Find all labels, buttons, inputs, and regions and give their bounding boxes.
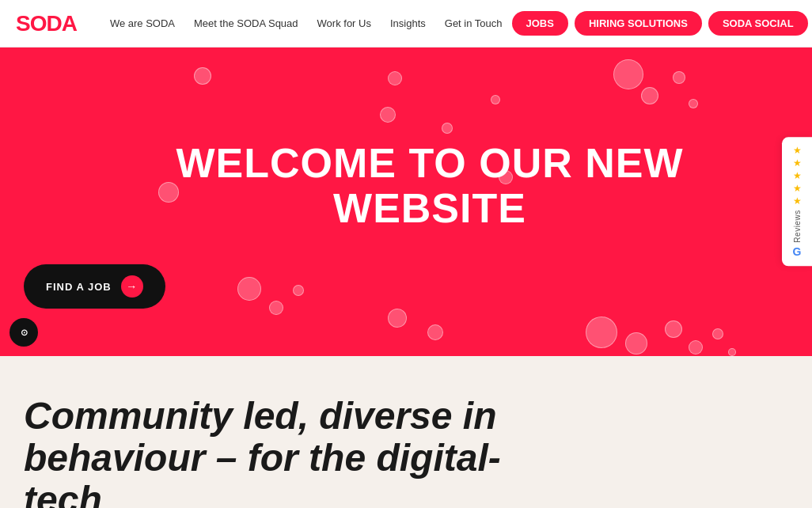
nav-buttons: JOBS HIRING SOLUTIONS SODA SOCIAL [512, 11, 808, 36]
hero-section: WELCOME TO OUR NEW WEBSITE FIND A JOB → … [0, 47, 812, 356]
bubble-17 [689, 340, 703, 354]
bubble-5 [613, 59, 643, 89]
google-reviews-widget[interactable]: ★ ★ ★ ★ ★ Reviews G [782, 137, 812, 266]
soda-social-button[interactable]: SODA SOCIAL [708, 11, 808, 36]
bubble-3 [442, 123, 453, 134]
star-5: ★ [793, 195, 802, 207]
bubble-9 [237, 277, 261, 301]
star-1: ★ [793, 145, 802, 156]
google-g-logo: G [793, 246, 802, 259]
bottom-title-line2: behaviour – for the digital-tech [24, 437, 501, 508]
find-job-label: FIND A JOB [46, 281, 112, 293]
bubble-1 [388, 71, 402, 85]
bubble-10 [269, 301, 283, 315]
star-2: ★ [793, 157, 802, 169]
nav: We are SODA Meet the SODA Squad Work for… [101, 17, 512, 29]
nav-we-are-soda[interactable]: We are SODA [101, 17, 184, 29]
bubble-21 [158, 182, 179, 203]
nav-meet-squad[interactable]: Meet the SODA Squad [184, 17, 308, 29]
hero-title: WELCOME TO OUR NEW WEBSITE [133, 141, 727, 231]
jobs-button[interactable]: JOBS [512, 11, 568, 36]
bubble-2 [380, 107, 396, 123]
bubble-0 [194, 67, 211, 85]
nav-get-in-touch[interactable]: Get in Touch [435, 17, 512, 29]
bubble-12 [388, 309, 407, 328]
bubble-6 [641, 87, 658, 104]
co-icon[interactable]: ⊙ [9, 318, 38, 347]
bubble-7 [673, 71, 685, 84]
bubble-15 [625, 332, 647, 354]
bubble-8 [689, 99, 698, 108]
google-stars: ★ ★ ★ ★ ★ [793, 145, 802, 207]
bubble-4 [491, 95, 500, 104]
star-3: ★ [793, 170, 802, 181]
star-4: ★ [793, 183, 802, 194]
reviews-label: Reviews [793, 210, 802, 242]
logo[interactable]: SODA [16, 11, 77, 36]
nav-work-for-us[interactable]: Work for Us [308, 17, 381, 29]
bubble-18 [712, 328, 723, 339]
header: SODA We are SODA Meet the SODA Squad Wor… [0, 0, 812, 47]
bubble-13 [427, 324, 443, 340]
nav-insights[interactable]: Insights [381, 17, 435, 29]
bottom-section: Community led, diverse in behaviour – fo… [0, 356, 812, 508]
bubble-11 [293, 285, 304, 296]
bubble-14 [586, 317, 617, 348]
find-job-button[interactable]: FIND A JOB → [24, 264, 165, 309]
bottom-title: Community led, diverse in behaviour – fo… [24, 396, 578, 508]
hiring-solutions-button[interactable]: HIRING SOLUTIONS [575, 11, 702, 36]
bubble-16 [665, 320, 682, 338]
bottom-title-line1: Community led, diverse in [24, 395, 496, 437]
arrow-icon: → [121, 275, 143, 298]
bubble-19 [728, 348, 736, 356]
bubble-20 [499, 170, 513, 184]
